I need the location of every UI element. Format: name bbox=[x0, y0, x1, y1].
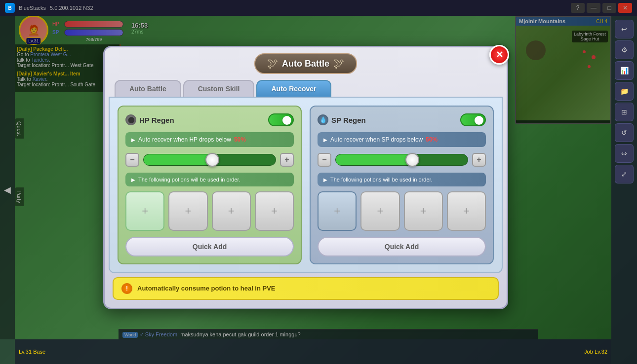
sidebar-btn-settings[interactable]: ⚙ bbox=[615, 40, 634, 59]
modal-title: Auto Battle bbox=[282, 59, 329, 69]
potions-play-icon: ▶ bbox=[131, 177, 135, 182]
sp-regen-toggle[interactable] bbox=[460, 113, 486, 126]
maximize-button[interactable]: □ bbox=[602, 3, 616, 13]
sidebar-btn-refresh[interactable]: ↺ bbox=[615, 123, 634, 142]
hp-regen-icon: ⬤ bbox=[125, 114, 136, 125]
sp-quick-add-button[interactable]: Quick Add bbox=[318, 237, 486, 256]
hp-auto-recover-text: ▶ Auto recover when HP drops below 50% bbox=[125, 132, 294, 147]
sp-potions-row: + + + + bbox=[318, 191, 486, 230]
job-level-label: Job Lv.32 bbox=[584, 349, 607, 355]
sidebar-btn-back[interactable]: ↩ bbox=[615, 20, 634, 38]
hp-slider-thumb[interactable] bbox=[205, 153, 219, 167]
sidebar-btn-arrows[interactable]: ⇔ bbox=[615, 144, 634, 163]
sp-slider-minus[interactable]: − bbox=[318, 153, 331, 167]
sp-potion-slot-3[interactable]: + bbox=[404, 191, 443, 230]
notice-icon: ! bbox=[121, 283, 132, 294]
sp-slider-plus[interactable]: + bbox=[472, 153, 486, 167]
hp-slider-plus[interactable]: + bbox=[280, 153, 294, 167]
sp-potion-slot-1[interactable]: + bbox=[318, 191, 357, 230]
sp-toggle-knob bbox=[475, 116, 483, 125]
play-icon: ▶ bbox=[131, 137, 135, 143]
hp-slider-container: − + bbox=[125, 153, 294, 167]
sp-slider-container: − + bbox=[318, 153, 486, 167]
hp-slider-track[interactable] bbox=[143, 154, 276, 166]
sidebar-btn-grid[interactable]: ⊞ bbox=[615, 103, 634, 121]
hp-toggle-knob bbox=[282, 116, 291, 125]
window-controls: ? — □ ✕ bbox=[571, 3, 632, 13]
sp-regen-icon: 💧 bbox=[318, 114, 328, 125]
sp-regen-panel: 💧 SP Regen ▶ Auto recover when SP drops … bbox=[310, 106, 494, 264]
sp-play-icon: ▶ bbox=[323, 137, 327, 143]
sp-slider-thumb[interactable] bbox=[405, 153, 419, 167]
tab-auto-recover[interactable]: Auto Recover bbox=[256, 80, 331, 97]
bluestacks-logo: B bbox=[5, 3, 15, 13]
sp-auto-recover-text: ▶ Auto recover when SP drops below 50% bbox=[318, 132, 486, 147]
hp-potion-slot-3[interactable]: + bbox=[212, 191, 251, 230]
modal-title-container: 🕊 Auto Battle 🕊 bbox=[254, 53, 357, 74]
auto-battle-modal: 🕊 Auto Battle 🕊 ✕ Auto Battle Custom Ski… bbox=[103, 46, 508, 309]
modal-tabs: Auto Battle Custom Skill Auto Recover bbox=[115, 80, 497, 97]
sp-potions-play-icon: ▶ bbox=[323, 177, 327, 182]
bottom-bar: Lv.31 Base Job Lv.32 bbox=[15, 339, 611, 364]
hp-potions-row: + + + + bbox=[125, 191, 294, 230]
sp-regen-label: 💧 SP Regen bbox=[318, 114, 366, 125]
hp-regen-toggle[interactable] bbox=[268, 113, 294, 126]
tab-auto-battle[interactable]: Auto Battle bbox=[115, 80, 181, 97]
right-sidebar: ↩ ⚙ 📊 📁 ⊞ ↺ ⇔ ⤢ bbox=[611, 16, 637, 364]
modal-close-button[interactable]: ✕ bbox=[489, 45, 509, 65]
sidebar-btn-stats[interactable]: 📊 bbox=[615, 61, 634, 80]
sp-potion-slot-2[interactable]: + bbox=[360, 191, 399, 230]
minimize-button[interactable]: — bbox=[587, 3, 600, 13]
sidebar-btn-folder[interactable]: 📁 bbox=[615, 82, 634, 101]
hp-potion-slot-4[interactable]: + bbox=[255, 191, 294, 230]
sp-slider-track[interactable] bbox=[335, 154, 468, 166]
hp-potions-label: ▶ The following potions will be used in … bbox=[125, 173, 294, 186]
hp-quick-add-button[interactable]: Quick Add bbox=[125, 237, 294, 256]
hp-threshold-pct: 50% bbox=[234, 136, 246, 143]
modal-notice: ! Automatically consume potion to heal i… bbox=[113, 277, 499, 300]
tab-custom-skill[interactable]: Custom Skill bbox=[183, 80, 255, 97]
notice-text: Automatically consume potion to heal in … bbox=[137, 285, 276, 292]
hp-regen-panel: ⬤ HP Regen ▶ Auto recover when HP drops … bbox=[118, 106, 302, 264]
hp-slider-minus[interactable]: − bbox=[125, 153, 139, 167]
close-button[interactable]: ✕ bbox=[618, 3, 632, 13]
sp-regen-header: 💧 SP Regen bbox=[318, 113, 486, 126]
modal-body: ⬤ HP Regen ▶ Auto recover when HP drops … bbox=[109, 97, 503, 273]
sp-threshold-pct: 50% bbox=[426, 136, 438, 143]
sidebar-btn-expand[interactable]: ⤢ bbox=[615, 165, 634, 183]
hp-potion-slot-1[interactable]: + bbox=[125, 191, 164, 230]
app-version: 5.0.200.1012 N32 bbox=[50, 5, 93, 11]
hp-potion-slot-2[interactable]: + bbox=[168, 191, 207, 230]
modal-header: 🕊 Auto Battle 🕊 ✕ bbox=[105, 47, 507, 74]
left-wing-icon: 🕊 bbox=[267, 57, 278, 70]
help-button[interactable]: ? bbox=[571, 3, 585, 13]
sp-potions-label: ▶ The following potions will be used in … bbox=[318, 173, 486, 186]
modal-overlay: 🕊 Auto Battle 🕊 ✕ Auto Battle Custom Ski… bbox=[0, 16, 611, 339]
title-bar: B BlueStacks 5.0.200.1012 N32 ? — □ ✕ bbox=[0, 0, 637, 16]
app-name: BlueStacks bbox=[19, 5, 46, 11]
hp-regen-label: ⬤ HP Regen bbox=[125, 114, 174, 125]
right-wing-icon: 🕊 bbox=[333, 57, 344, 70]
sp-potion-slot-4[interactable]: + bbox=[447, 191, 486, 230]
hp-regen-header: ⬤ HP Regen bbox=[125, 113, 294, 126]
base-level-label: Lv.31 Base bbox=[19, 349, 45, 355]
